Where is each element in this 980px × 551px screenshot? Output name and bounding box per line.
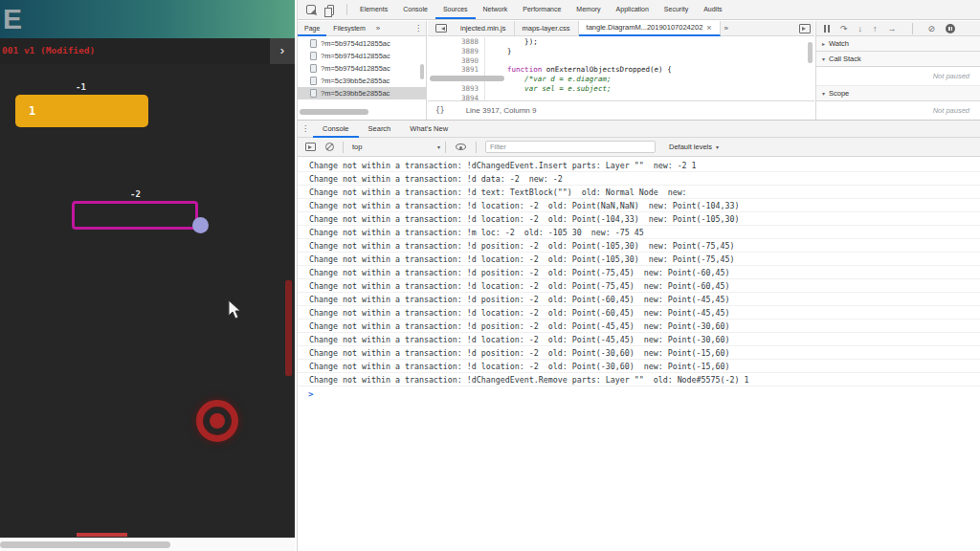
line-number[interactable]: 3891 [428,65,485,75]
file-item[interactable]: ?m=5b9754d12855ac [298,37,426,50]
debugger-sidebar: ↷ ↓ ↑ → ⊘ ▸ Watch ▾ Call Stack Not pause… [815,21,980,120]
navigator-overflow-icon[interactable]: » [372,24,384,33]
caret-down-icon: ▾ [437,143,440,150]
target-marker[interactable] [196,400,238,442]
line-number[interactable]: 3893 [428,84,485,94]
file-item[interactable]: ?m=5c39bb5e2855ac [298,75,426,87]
tab-console[interactable]: Console [395,0,435,19]
node-port-handle[interactable] [192,217,209,233]
call-stack-section-header[interactable]: ▾ Call Stack [816,52,980,67]
divider [343,142,344,153]
step-over-icon[interactable]: ↷ [840,21,848,36]
tab-sources[interactable]: Sources [435,0,476,19]
navigator-header: Page Filesystem » ⋮ [298,21,426,36]
toggle-debugger-sidebar-icon[interactable] [799,24,811,33]
line-number[interactable]: 3888 [428,37,485,47]
navigator-hscrollbar-thumb[interactable] [300,109,368,115]
log-levels-select[interactable]: Default levels ▾ [669,143,719,151]
close-icon[interactable]: × [706,20,711,35]
device-toolbar-icon[interactable] [323,3,338,16]
console-message: Change not within a transaction: !d loca… [298,306,980,320]
inspect-element-icon[interactable] [303,3,319,16]
console-message: Change not within a transaction: !d posi… [298,239,980,253]
file-icon [310,64,317,73]
mouse-cursor [228,299,243,320]
console-message: Change not within a transaction: !d loca… [298,253,980,266]
console-prompt[interactable]: > [298,386,980,402]
watch-section-header[interactable]: ▸ Watch [816,36,980,52]
drawer-tab-console[interactable]: Console [313,121,359,138]
line-number[interactable]: 3894 [428,94,485,100]
console-message: Change not within a transaction: !d posi… [298,293,980,306]
tab-network[interactable]: Network [476,0,516,19]
pretty-print-icon[interactable]: {} [435,106,445,115]
toggle-navigator-icon[interactable] [435,24,447,33]
tab-memory[interactable]: Memory [568,0,608,19]
line-number[interactable]: 3890 [428,56,485,66]
navigator-menu-icon[interactable]: ⋮ [411,24,426,33]
drawer-menu-icon[interactable]: ⋮ [298,124,313,133]
scope-not-paused: Not paused [816,101,980,121]
diagram-canvas[interactable]: -1 1 -2 [0,64,295,538]
document-title: 001 v1 (Modified) [2,45,95,55]
deactivate-breakpoints-icon[interactable]: ⊘ [928,21,936,36]
context-label: top [352,143,362,151]
navigator-vscrollbar-thumb[interactable] [420,64,424,79]
execution-context-select[interactable]: top ▾ [348,143,440,151]
editor-vscrollbar-thumb[interactable] [808,42,813,63]
console-filter-input[interactable] [485,141,656,153]
console-drawer: ⋮ Console Search What's New top ▾ Defaul… [298,120,980,551]
console-message-list: Change not within a transaction: !dChang… [298,159,980,402]
node1-tag-label: -1 [76,82,86,92]
step-icon[interactable]: → [888,21,897,36]
file-item[interactable]: ?m=5b9754d12855ac [298,50,426,62]
prompt-chevron-icon: > [308,389,313,399]
caret-right-icon: ▸ [822,40,825,47]
page-bottom-scroll-area [0,538,295,551]
line-number[interactable]: 3889 [428,47,485,56]
pause-script-icon[interactable] [824,25,830,33]
drawer-tab-search[interactable]: Search [359,121,401,138]
navigator-tab-filesystem[interactable]: Filesystem [326,21,371,36]
console-message: Change not within a transaction: !d posi… [298,266,980,279]
document-toolbar: 001 v1 (Modified) › [0,38,295,64]
devtools-main-toolbar: Elements Console Sources Network Perform… [298,0,980,20]
file-item-selected[interactable]: ?m=5c39bb5e2855ac [298,87,426,99]
divider [346,4,347,15]
live-expression-eye-icon[interactable] [456,143,466,150]
editor-tab-injected[interactable]: injected.min.js [453,21,515,36]
pause-on-exceptions-icon[interactable] [946,24,955,33]
file-icon [310,77,317,85]
console-sidebar-icon[interactable] [305,143,316,151]
editor-hscrollbar-thumb[interactable] [430,76,504,81]
step-into-icon[interactable]: ↓ [858,21,863,36]
clear-console-icon[interactable] [325,143,334,151]
screen: E 001 v1 (Modified) › -1 1 -2 [0,0,980,551]
step-out-icon[interactable]: ↑ [873,21,878,36]
file-name: ?m=5c39bb5e2855ac [321,89,390,98]
tab-elements[interactable]: Elements [352,0,395,19]
editor-tab-strip: injected.min.js maps-layer.css tangle.Di… [428,21,814,36]
canvas-scrollbar-thumb[interactable] [285,280,292,376]
drawer-tab-whats-new[interactable]: What's New [400,121,457,138]
diagram-node-outline[interactable] [72,201,198,230]
code-view[interactable]: 3888 }); 3889 } 3890 3891 function onExt… [428,37,814,100]
diagram-node-yellow[interactable]: 1 [15,95,148,127]
tab-security[interactable]: Security [657,0,696,19]
file-item[interactable]: ?m=5b9754d12855ac [298,62,426,75]
page-hscrollbar-thumb[interactable] [0,541,170,548]
tab-performance[interactable]: Performance [515,0,568,19]
navigator-tab-page[interactable]: Page [298,21,326,36]
scope-section-header[interactable]: ▾ Scope [816,86,980,101]
console-message: Change not within a transaction: !d loca… [298,360,980,373]
expand-panel-button[interactable]: › [270,38,295,64]
editor-tab-mapslayer[interactable]: maps-layer.css [515,21,579,36]
console-message: Change not within a transaction: !d posi… [298,346,980,360]
divider [912,23,913,34]
editor-tab-tangle[interactable]: tangle.DiagramM...20190107024202 × [579,21,721,36]
tab-audits[interactable]: Audits [696,0,729,19]
watch-label: Watch [829,39,849,48]
call-stack-label: Call Stack [829,55,861,63]
tab-application[interactable]: Application [609,0,657,19]
editor-tabs-overflow-icon[interactable]: » [721,24,732,33]
